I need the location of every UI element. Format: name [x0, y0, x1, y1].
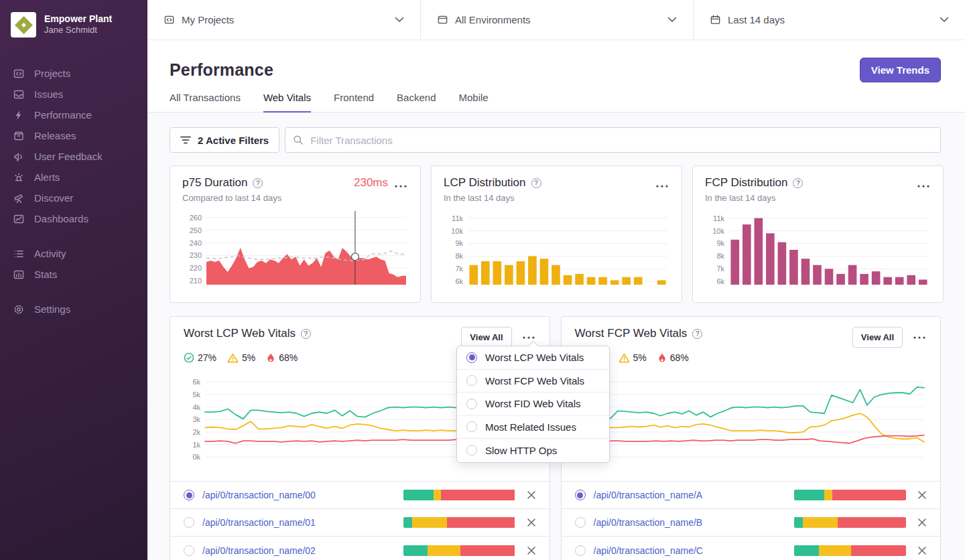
- window-icon: [437, 14, 448, 25]
- tab-all-transactions[interactable]: All Transactions: [170, 92, 241, 113]
- daterange-selector[interactable]: Last 14 days: [694, 0, 965, 40]
- card-menu-button[interactable]: [393, 176, 408, 190]
- vitals-stats: 27% 5% 68%: [575, 352, 927, 363]
- sidebar-item-label: Projects: [34, 68, 70, 79]
- close-icon[interactable]: [917, 518, 927, 527]
- sidebar-item-projects[interactable]: Projects: [0, 63, 147, 84]
- help-icon[interactable]: ?: [793, 178, 803, 188]
- transaction-link[interactable]: /api/0/transaction_name/00: [202, 490, 316, 500]
- row-radio[interactable]: [184, 545, 194, 556]
- help-icon[interactable]: ?: [692, 329, 702, 339]
- transaction-link[interactable]: /api/0/transaction_name/02: [202, 545, 316, 556]
- sidebar-item-user-feedback[interactable]: User Feedback: [0, 146, 147, 167]
- sidebar-item-performance[interactable]: Performance: [0, 104, 147, 125]
- svg-text:9k: 9k: [716, 239, 724, 247]
- close-icon[interactable]: [917, 546, 927, 555]
- svg-text:7k: 7k: [716, 265, 724, 273]
- sidebar-item-alerts[interactable]: Alerts: [0, 167, 147, 188]
- siren-icon: [13, 171, 25, 184]
- view-trends-button[interactable]: View Trends: [860, 58, 941, 82]
- search: [285, 127, 941, 153]
- sidebar-item-activity[interactable]: Activity: [0, 243, 147, 264]
- menu-item-label: Worst LCP Web Vitals: [485, 352, 584, 363]
- menu-item-worst-lcp[interactable]: Worst LCP Web Vitals: [457, 346, 609, 370]
- menu-item-worst-fid[interactable]: Worst FID Web Vitals: [457, 393, 609, 416]
- tab-mobile[interactable]: Mobile: [458, 92, 488, 113]
- active-filters-label: 2 Active Filters: [198, 135, 269, 146]
- menu-item-slow-http-ops[interactable]: Slow HTTP Ops: [457, 439, 609, 462]
- vitals-minibar: [403, 490, 515, 500]
- vitals-minibar: [794, 545, 906, 556]
- tab-backend[interactable]: Backend: [397, 92, 436, 113]
- menu-item-most-related-issues[interactable]: Most Related Issues: [457, 416, 609, 439]
- close-icon[interactable]: [917, 490, 927, 500]
- lcp-distribution-chart[interactable]: 6k7k8k9k10k11k: [444, 210, 669, 289]
- row-radio[interactable]: [575, 545, 586, 556]
- svg-text:11k: 11k: [452, 214, 463, 222]
- org-logo-icon: [11, 12, 36, 38]
- project-selector[interactable]: My Projects: [147, 0, 421, 40]
- transaction-row: /api/0/transaction_name/B: [562, 509, 941, 537]
- card-subtitle: Compared to last 14 days: [182, 193, 408, 203]
- card-title: LCP Distribution: [444, 176, 526, 190]
- card-menu-button[interactable]: [521, 334, 536, 342]
- menu-radio: [466, 445, 477, 456]
- sidebar-item-settings[interactable]: Settings: [0, 299, 147, 320]
- help-icon[interactable]: ?: [531, 178, 541, 188]
- sidebar-item-discover[interactable]: Discover: [0, 188, 147, 208]
- bar-chart-icon: [13, 269, 25, 281]
- view-all-button[interactable]: View All: [461, 327, 511, 348]
- svg-text:7k: 7k: [455, 265, 463, 273]
- help-icon[interactable]: ?: [301, 329, 311, 339]
- chevron-down-icon: [940, 17, 949, 23]
- flame-icon: [266, 352, 275, 363]
- sidebar-item-stats[interactable]: Stats: [0, 264, 147, 285]
- close-icon[interactable]: [527, 546, 536, 555]
- transaction-link[interactable]: /api/0/transaction_name/A: [594, 490, 703, 500]
- search-input[interactable]: [285, 127, 941, 153]
- svg-text:6k: 6k: [716, 277, 724, 285]
- card-title: FCP Distribution: [705, 176, 787, 190]
- vitals-minibar: [403, 545, 515, 556]
- svg-text:240: 240: [190, 239, 202, 247]
- svg-text:6k: 6k: [455, 277, 463, 285]
- svg-text:2k: 2k: [192, 428, 200, 436]
- warning-triangle-icon: [227, 353, 239, 363]
- svg-text:260: 260: [190, 214, 202, 222]
- transaction-link[interactable]: /api/0/transaction_name/B: [594, 517, 703, 528]
- check-circle-icon: [184, 352, 194, 363]
- view-all-button[interactable]: View All: [852, 327, 903, 348]
- vitals-minibar: [794, 517, 906, 528]
- card-title: Worst LCP Web Vitals: [184, 327, 296, 340]
- sidebar-item-issues[interactable]: Issues: [0, 84, 147, 104]
- sidebar-item-dashboards[interactable]: Dashboards: [0, 208, 147, 229]
- row-radio[interactable]: [575, 490, 586, 500]
- transaction-row: /api/0/transaction_name/02: [170, 537, 550, 560]
- close-icon[interactable]: [527, 518, 536, 527]
- worst-fcp-chart[interactable]: 0k1k2k3k4k5k6k: [575, 370, 928, 476]
- transaction-link[interactable]: /api/0/transaction_name/C: [594, 545, 703, 556]
- tab-web-vitals[interactable]: Web Vitals: [263, 92, 311, 113]
- row-radio[interactable]: [184, 517, 194, 528]
- sidebar-item-releases[interactable]: Releases: [0, 125, 147, 146]
- p75-duration-chart[interactable]: 210220230240250260: [182, 210, 408, 289]
- tab-bar: All Transactions Web Vitals Frontend Bac…: [147, 82, 965, 113]
- row-radio[interactable]: [575, 517, 586, 528]
- row-radio[interactable]: [184, 490, 194, 500]
- poor-percent: 68%: [279, 352, 298, 363]
- environment-selector[interactable]: All Environments: [421, 0, 694, 40]
- org-switcher[interactable]: Empower Plant Jane Schmidt: [0, 0, 147, 47]
- poor-percent: 68%: [670, 352, 689, 363]
- card-menu-button[interactable]: [655, 176, 669, 190]
- lightning-icon: [13, 109, 25, 121]
- transaction-link[interactable]: /api/0/transaction_name/01: [202, 517, 316, 528]
- active-filters-button[interactable]: 2 Active Filters: [170, 127, 279, 153]
- card-menu-button[interactable]: [916, 176, 931, 190]
- close-icon[interactable]: [527, 490, 536, 500]
- svg-text:11k: 11k: [713, 214, 724, 222]
- help-icon[interactable]: ?: [253, 178, 263, 188]
- card-menu-button[interactable]: [912, 334, 927, 342]
- menu-item-worst-fcp[interactable]: Worst FCP Web Vitals: [457, 370, 609, 393]
- tab-frontend[interactable]: Frontend: [334, 92, 374, 113]
- fcp-distribution-chart[interactable]: 6k7k8k9k10k11k: [705, 210, 931, 289]
